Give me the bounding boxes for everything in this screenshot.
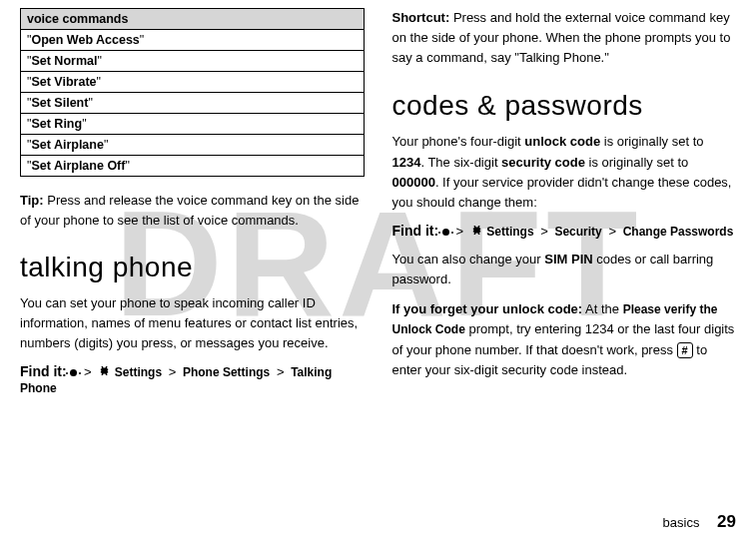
table-row: "Set Vibrate" — [21, 72, 365, 93]
voice-cmd: Set Normal — [31, 54, 97, 68]
footer-section: basics — [663, 515, 700, 530]
table-header: voice commands — [21, 9, 365, 30]
tip-paragraph: Tip: Press and release the voice command… — [20, 191, 365, 230]
left-column: voice commands "Open Web Access" "Set No… — [20, 8, 365, 405]
table-row: "Set Airplane Off" — [21, 156, 365, 177]
chevron-icon: > — [274, 364, 288, 379]
find-it-right: Find it: > Settings > Security > Change … — [392, 223, 737, 240]
txt-bold: If you forget your unlock code: — [392, 301, 583, 316]
txt: At the — [582, 301, 622, 316]
chevron-icon: > — [605, 224, 619, 239]
codes-body-2: You can also change your SIM PIN codes o… — [392, 250, 737, 289]
crumb-settings: Settings — [115, 365, 162, 379]
table-row: "Set Airplane" — [21, 135, 365, 156]
center-key-icon — [70, 369, 77, 376]
crumb-change-passwords: Change Passwords — [623, 225, 734, 239]
txt-bold: 1234 — [392, 155, 421, 170]
find-it-left: Find it: > Settings > Phone Settings > T… — [20, 363, 365, 395]
codes-passwords-heading: codes & passwords — [392, 90, 737, 122]
settings-icon — [470, 225, 483, 240]
voice-cmd: Open Web Access — [31, 33, 139, 47]
tip-text: Press and release the voice command key … — [20, 193, 359, 228]
txt-bold: unlock code — [524, 134, 600, 149]
txt: is originally set to — [585, 155, 688, 170]
txt-bold: security code — [501, 155, 585, 170]
shortcut-label: Shortcut: — [392, 10, 450, 25]
voice-cmd: Set Ring — [31, 117, 82, 131]
table-row: "Open Web Access" — [21, 30, 365, 51]
center-key-icon — [442, 229, 449, 236]
voice-commands-table: voice commands "Open Web Access" "Set No… — [20, 8, 365, 177]
chevron-icon: > — [452, 224, 466, 239]
shortcut-paragraph: Shortcut: Press and hold the external vo… — [392, 8, 737, 68]
voice-cmd: Set Airplane — [31, 138, 103, 152]
page-content: voice commands "Open Web Access" "Set No… — [0, 0, 756, 405]
chevron-icon: > — [81, 364, 95, 379]
page-number: 29 — [717, 512, 736, 531]
tip-label: Tip: — [20, 193, 44, 208]
table-row: "Set Silent" — [21, 93, 365, 114]
txt: is originally set to — [600, 134, 703, 149]
txt: . The six-digit — [420, 155, 501, 170]
page-footer: basics 29 — [663, 512, 736, 532]
crumb-security: Security — [554, 225, 601, 239]
codes-body-3: If you forget your unlock code: At the P… — [392, 299, 737, 380]
hash-key-icon: # — [677, 342, 693, 358]
table-row: "Set Normal" — [21, 51, 365, 72]
voice-cmd: Set Airplane Off — [31, 159, 125, 173]
talking-phone-heading: talking phone — [20, 252, 365, 283]
codes-body-1: Your phone's four-digit unlock code is o… — [392, 132, 737, 213]
txt: You can also change your — [392, 252, 545, 267]
txt-bold: 000000 — [392, 175, 435, 190]
txt: Your phone's four-digit — [392, 134, 525, 149]
right-column: Shortcut: Press and hold the external vo… — [392, 8, 737, 405]
chevron-icon: > — [166, 364, 180, 379]
crumb-phone-settings: Phone Settings — [183, 365, 270, 379]
find-it-label: Find it: — [20, 363, 67, 379]
table-row: "Set Ring" — [21, 114, 365, 135]
chevron-icon: > — [537, 224, 551, 239]
txt: . If your service provider didn't change… — [392, 175, 732, 210]
txt-bold: SIM PIN — [544, 252, 592, 267]
find-it-label: Find it: — [392, 223, 439, 239]
voice-cmd: Set Silent — [31, 96, 88, 110]
settings-icon — [98, 365, 111, 380]
talking-phone-body: You can set your phone to speak incoming… — [20, 293, 365, 353]
crumb-settings: Settings — [486, 225, 533, 239]
voice-cmd: Set Vibrate — [31, 75, 96, 89]
